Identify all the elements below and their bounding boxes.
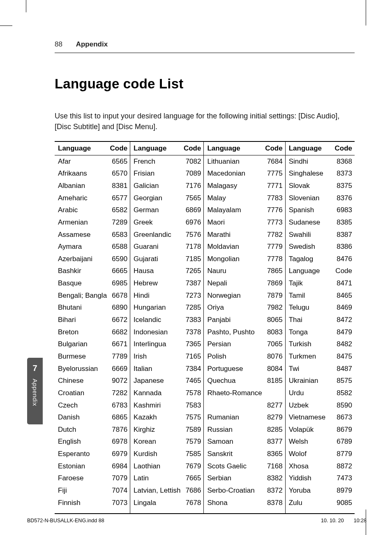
footer-timestamp: 10. 10. 2010:28 [311,518,367,523]
table-row: Latin7665 [130,472,203,485]
language-code: 8381 [108,181,127,191]
language-code: 7776 [264,205,283,215]
table-row: Italian7384 [130,363,203,375]
table-row: Kazakh7575 [130,412,203,424]
language-code: 6978 [108,437,127,447]
language-code: 8465 [333,291,352,301]
language-name: Nepali [207,278,263,289]
section-name: Appendix [76,40,108,48]
language-code: 8277 [264,401,283,411]
language-name: Latin [134,473,182,484]
language-code: 8368 [333,157,352,167]
language-name: Turkmen [289,352,333,362]
table-row: Irish7165 [130,350,203,363]
table-row: Twi8487 [286,363,355,375]
table-row: Yiddish7473 [286,472,355,485]
language-code: 7285 [182,303,201,313]
language-code: 6582 [108,205,127,215]
language-name: Finnish [58,498,108,508]
language-code: 7684 [264,157,283,167]
table-row: Aymara6588 [55,241,130,253]
language-name: Irish [134,352,182,362]
language-code: 7065 [264,339,283,350]
language-name: Language [289,266,333,276]
language-code: 7783 [264,193,283,204]
table-row: Kashmiri7583 [130,399,203,412]
language-code: 6669 [108,364,127,374]
language-code: 8469 [333,303,352,313]
language-name: Gujarati [134,254,182,264]
language-name: Pashto, Pushto [207,327,263,338]
table-row: Esperanto6979 [55,448,130,461]
table-row: Wolof8779 [286,448,355,461]
table-row: Lingala7678 [130,497,203,509]
table-row: Bulgarian6671 [55,338,130,351]
table-row: Sindhi8368 [286,155,355,168]
language-code: 8482 [333,339,352,350]
table-row: LanguageCode [286,265,355,278]
language-name: Turkish [289,339,333,350]
language-name: Samoan [207,437,263,447]
table-row: Greenlandic7576 [130,229,203,241]
language-name: Bashkir [58,266,108,276]
language-code: 6577 [108,193,127,204]
header-language: Language [289,144,322,153]
language-code: 8679 [333,425,352,435]
language-name: Serbo-Croatian [207,486,263,496]
language-name: Hausa [134,266,182,276]
column-header: LanguageCode [286,142,355,155]
language-name: Bulgarian [58,339,108,350]
language-name: Malayalam [207,205,263,215]
language-name: Aymara [58,242,108,252]
footer-filename: BD572-N-BUSALLK-ENG.indd 88 [27,518,104,523]
language-code: 7879 [264,291,283,301]
language-code: 8083 [264,327,283,338]
language-code: 8479 [333,327,352,338]
language-code: 7578 [182,388,201,398]
table-row: Serbian8382 [204,472,285,485]
language-name: Kurdish [134,449,182,459]
table-row: Kirghiz7589 [130,424,203,436]
language-name [207,401,263,411]
table-row: Tagalog8476 [286,253,355,265]
language-code: 6984 [108,461,127,472]
language-name: Esperanto [58,449,108,459]
header-code: Code [110,144,128,153]
language-name: Laothian [134,461,182,472]
language-name: Wolof [289,449,333,459]
header-code: Code [184,144,201,153]
language-name: Fiji [58,486,108,496]
table-row: Ukrainian8575 [286,375,355,387]
table-row: Tamil8465 [286,290,355,302]
side-tab-number: 7 [27,358,43,373]
table-row: Rhaeto-Romance [204,387,285,399]
table-row: Indonesian7378 [130,326,203,338]
language-code: 6588 [108,242,127,252]
table-row: Albanian8381 [55,180,130,192]
language-code: 8373 [333,169,352,179]
table-column: LanguageCodeAfar6565Afrikaans6570Albania… [55,142,130,513]
language-name: Rumanian [207,412,263,423]
table-row: Sanskrit8365 [204,448,285,461]
language-code: 8872 [333,461,352,472]
language-name: Slovenian [289,193,333,204]
language-name: Japanese [134,376,182,386]
footer-time: 10:28 [354,518,367,523]
language-name: Kannada [134,388,182,398]
table-row: Kurdish7585 [130,448,203,461]
language-name: Lithuanian [207,157,263,167]
language-code: 7465 [182,376,201,386]
table-row: Xhosa8872 [286,460,355,472]
language-name: Uzbek [289,401,333,411]
language-code: 8476 [333,254,352,264]
language-code: 7665 [182,473,201,484]
language-name: Rhaeto-Romance [207,388,263,398]
language-code: 6671 [108,339,127,350]
table-row: Russian8285 [204,424,285,436]
language-code: 6783 [108,401,127,411]
column-header: LanguageCode [130,142,203,155]
language-name: Hebrew [134,278,182,289]
language-code: 6985 [108,278,127,289]
page-title: Language code List [55,76,355,92]
footer-date: 10. 10. 20 [321,518,344,523]
